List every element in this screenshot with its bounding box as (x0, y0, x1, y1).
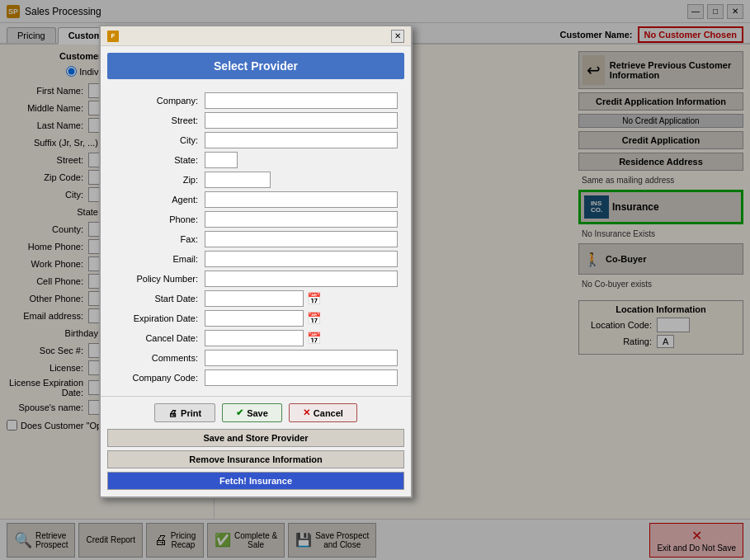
email-modal-label: Email: (114, 254, 205, 264)
cancel-icon: ✕ (303, 407, 310, 418)
expiration-date-calendar-icon[interactable]: 📅 (307, 312, 321, 325)
modal-sub-buttons: Save and Store Provider Remove Insurance… (101, 429, 411, 496)
print-icon: 🖨 (168, 408, 177, 418)
modal-close-button[interactable]: ✕ (391, 30, 404, 43)
start-date-calendar-icon[interactable]: 📅 (307, 292, 321, 305)
email-modal-input[interactable] (205, 251, 398, 267)
modal-footer: 🖨 Print ✔ Save ✕ Cancel (101, 396, 411, 429)
remove-insurance-button[interactable]: Remove Insurance Information (107, 450, 404, 468)
cancel-date-calendar-icon[interactable]: 📅 (307, 332, 321, 345)
fax-input[interactable] (205, 231, 398, 247)
modal-zip-input[interactable] (205, 172, 271, 188)
modal-state-label: State: (114, 155, 205, 165)
modal-street-input[interactable] (205, 112, 398, 129)
fax-label: Fax: (114, 234, 205, 244)
company-code-label: Company Code: (114, 373, 205, 383)
expiration-date-input[interactable] (205, 310, 304, 327)
company-input[interactable] (205, 92, 398, 109)
modal-state-input[interactable] (205, 152, 238, 168)
fetch-insurance-button[interactable]: Fetch! Insurance (107, 472, 404, 490)
cancel-date-label: Cancel Date: (114, 333, 205, 343)
policy-number-label: Policy Number: (114, 274, 205, 284)
comments-label: Comments: (114, 353, 205, 363)
phone-input[interactable] (205, 211, 398, 228)
save-store-provider-button[interactable]: Save and Store Provider (107, 429, 404, 447)
modal-city-label: City: (114, 135, 205, 145)
modal-street-label: Street: (114, 115, 205, 125)
agent-label: Agent: (114, 195, 205, 205)
policy-number-input[interactable] (205, 271, 398, 287)
save-icon: ✔ (236, 407, 243, 418)
comments-input[interactable] (205, 350, 398, 366)
select-provider-modal: F ✕ Select Provider Company: Street: Cit… (99, 25, 413, 498)
save-button[interactable]: ✔ Save (222, 403, 282, 422)
agent-input[interactable] (205, 191, 398, 208)
modal-header: Select Provider (107, 53, 404, 79)
modal-city-input[interactable] (205, 132, 398, 148)
expiration-date-label: Expiration Date: (114, 313, 205, 323)
company-code-input[interactable] (205, 369, 398, 386)
modal-title-icon: F (107, 31, 119, 42)
print-button[interactable]: 🖨 Print (154, 403, 215, 422)
start-date-label: Start Date: (114, 294, 205, 304)
modal-body: Company: Street: City: State: Zip: Agent… (101, 86, 411, 396)
phone-label: Phone: (114, 214, 205, 224)
cancel-button[interactable]: ✕ Cancel (289, 403, 357, 422)
modal-titlebar: F ✕ (101, 26, 411, 46)
cancel-date-input[interactable] (205, 330, 304, 346)
modal-zip-label: Zip: (114, 175, 205, 185)
start-date-input[interactable] (205, 290, 304, 307)
company-label: Company: (114, 96, 205, 106)
